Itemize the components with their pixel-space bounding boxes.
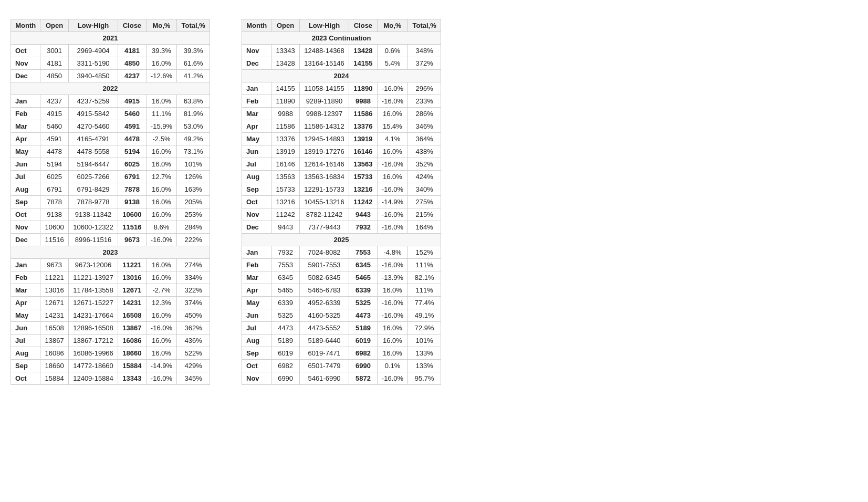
- cell-lowhigh: 2969-4904: [68, 45, 118, 57]
- cell-mo: -14.9%: [377, 196, 408, 208]
- cell-month: Mar: [242, 108, 271, 120]
- cell-open: 13343: [271, 45, 300, 57]
- cell-month: Jun: [11, 158, 40, 171]
- col-header-close: Close: [118, 19, 147, 32]
- cell-mo: -16.0%: [377, 95, 408, 108]
- cell-lowhigh: 7878-9778: [68, 196, 118, 208]
- cell-mo: 16.0%: [146, 347, 177, 360]
- cell-total: 39.3%: [177, 45, 210, 57]
- cell-total: 346%: [408, 120, 441, 133]
- table-row: Sep78787878-9778913816.0%205%: [11, 196, 210, 208]
- col-header-open: Open: [40, 19, 69, 32]
- table-row: Oct1588412409-1588413343-16.0%345%: [11, 372, 210, 385]
- cell-close: 5460: [118, 108, 147, 120]
- cell-mo: 8.6%: [146, 221, 177, 234]
- table-row: Aug1608616086-199661866016.0%522%: [11, 347, 210, 360]
- table-row: Dec94437377-94437932-16.0%164%: [242, 221, 441, 234]
- cell-open: 16086: [40, 347, 69, 360]
- cell-open: 9988: [271, 108, 300, 120]
- cell-open: 6019: [271, 347, 300, 360]
- cell-close: 10600: [118, 208, 147, 221]
- cell-lowhigh: 16086-19966: [68, 347, 118, 360]
- col-header-close: Close: [349, 19, 378, 32]
- table-row: Dec1342813164-15146141555.4%372%: [242, 57, 441, 70]
- cell-month: Oct: [11, 208, 40, 221]
- cell-lowhigh: 5901-7553: [299, 259, 349, 271]
- cell-open: 4915: [40, 108, 69, 120]
- left-table: MonthOpenLow-HighCloseMo,%Total,% 2021Oc…: [11, 19, 210, 385]
- cell-lowhigh: 13867-17212: [68, 334, 118, 347]
- cell-close: 11516: [118, 221, 147, 234]
- cell-mo: 16.0%: [377, 284, 408, 297]
- cell-close: 11221: [118, 259, 147, 271]
- cell-mo: -16.0%: [377, 158, 408, 171]
- cell-lowhigh: 13164-15146: [299, 57, 349, 70]
- cell-lowhigh: 6501-7479: [299, 360, 349, 372]
- left-table-container: MonthOpenLow-HighCloseMo,%Total,% 2021Oc…: [11, 19, 210, 385]
- cell-mo: 16.0%: [377, 334, 408, 347]
- cell-lowhigh: 11586-14312: [299, 120, 349, 133]
- cell-lowhigh: 11058-14155: [299, 82, 349, 95]
- cell-month: Apr: [11, 133, 40, 145]
- cell-mo: 4.1%: [377, 133, 408, 145]
- cell-month: Feb: [11, 271, 40, 284]
- cell-lowhigh: 13563-16834: [299, 171, 349, 183]
- cell-month: May: [11, 145, 40, 158]
- cell-lowhigh: 9988-12397: [299, 108, 349, 120]
- cell-total: 205%: [177, 196, 210, 208]
- table-row: May1337612945-14893139194.1%364%: [242, 133, 441, 145]
- table-row: Dec115168996-115169673-16.0%222%: [11, 234, 210, 246]
- cell-close: 6345: [349, 259, 378, 271]
- cell-mo: 16.0%: [377, 322, 408, 334]
- cell-total: 296%: [408, 82, 441, 95]
- cell-open: 7878: [40, 196, 69, 208]
- cell-total: 77.4%: [408, 297, 441, 309]
- cell-lowhigh: 9289-11890: [299, 95, 349, 108]
- right-table: MonthOpenLow-HighCloseMo,%Total,% 2023 C…: [242, 19, 441, 385]
- table-row: Apr1267112671-152271423112.3%374%: [11, 297, 210, 309]
- cell-total: 275%: [408, 196, 441, 208]
- cell-total: 133%: [408, 360, 441, 372]
- cell-lowhigh: 9138-11342: [68, 208, 118, 221]
- table-row: Mar99889988-123971158616.0%286%: [242, 108, 441, 120]
- table-row: Jun53254160-53254473-16.0%49.1%: [242, 309, 441, 322]
- cell-month: May: [242, 133, 271, 145]
- table-row: Aug67916791-8429787816.0%163%: [11, 183, 210, 196]
- cell-close: 6019: [349, 334, 378, 347]
- cell-close: 13867: [118, 322, 147, 334]
- cell-month: Oct: [11, 372, 40, 385]
- table-row: Apr54655465-6783633916.0%111%: [242, 284, 441, 297]
- table-row: Oct69826501-747969900.1%133%: [242, 360, 441, 372]
- cell-close: 7932: [349, 221, 378, 234]
- cell-month: Jun: [242, 145, 271, 158]
- table-row: Jan79327024-80827553-4.8%152%: [242, 246, 441, 259]
- cell-open: 3001: [40, 45, 69, 57]
- cell-open: 4478: [40, 145, 69, 158]
- cell-open: 13919: [271, 145, 300, 158]
- cell-open: 6791: [40, 183, 69, 196]
- cell-mo: -2.5%: [146, 133, 177, 145]
- left-table-header-row: MonthOpenLow-HighCloseMo,%Total,%: [11, 19, 210, 32]
- cell-close: 7878: [118, 183, 147, 196]
- cell-month: Aug: [242, 334, 271, 347]
- cell-open: 13428: [271, 57, 300, 70]
- cell-open: 4850: [40, 70, 69, 82]
- cell-close: 13216: [349, 183, 378, 196]
- cell-mo: 16.0%: [146, 196, 177, 208]
- cell-lowhigh: 8782-11242: [299, 208, 349, 221]
- table-row: Jan1415511058-1415511890-16.0%296%: [242, 82, 441, 95]
- cell-close: 6982: [349, 347, 378, 360]
- cell-close: 4237: [118, 70, 147, 82]
- table-row: Jul1614612614-1614613563-16.0%352%: [242, 158, 441, 171]
- cell-total: 253%: [177, 208, 210, 221]
- cell-mo: 16.0%: [146, 95, 177, 108]
- cell-lowhigh: 12409-15884: [68, 372, 118, 385]
- cell-lowhigh: 12671-15227: [68, 297, 118, 309]
- cell-mo: 16.0%: [146, 158, 177, 171]
- cell-month: Sep: [11, 360, 40, 372]
- section-header-row: 2025: [242, 234, 441, 246]
- table-row: Oct30012969-4904418139.3%39.3%: [11, 45, 210, 57]
- cell-lowhigh: 11221-13927: [68, 271, 118, 284]
- cell-lowhigh: 5082-6345: [299, 271, 349, 284]
- cell-close: 4181: [118, 45, 147, 57]
